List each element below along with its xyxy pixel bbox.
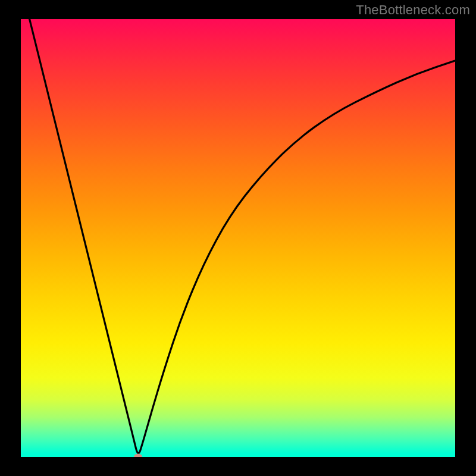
plot-area xyxy=(21,19,455,457)
bottleneck-curve xyxy=(21,19,455,453)
chart-frame: TheBottleneck.com xyxy=(0,0,476,476)
curve-svg xyxy=(21,19,455,457)
watermark-text: TheBottleneck.com xyxy=(356,2,470,18)
optimal-point-marker xyxy=(134,454,142,458)
